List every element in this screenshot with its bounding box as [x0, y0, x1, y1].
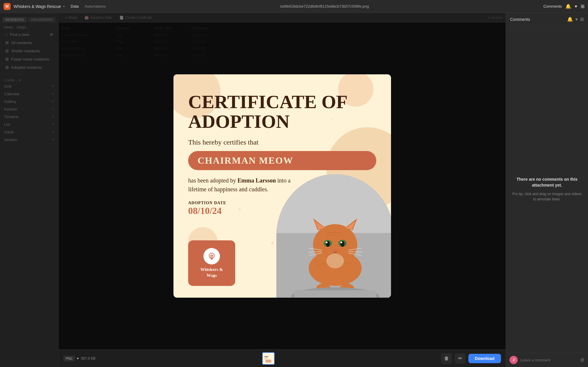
sidebar-item-adopted[interactable]: ⊞ Adopted residents	[1, 63, 57, 71]
comments-toggle[interactable]: Comments	[543, 4, 562, 9]
add-calendar-icon[interactable]: +	[52, 91, 54, 96]
file-info: PNG • 507.0 KB	[64, 356, 96, 361]
sidebar-item-shelter[interactable]: ⊞ Shelter residents	[1, 47, 57, 55]
app-icon: W	[4, 3, 11, 10]
records-count: 4 records	[487, 16, 502, 20]
grid-icon-4: ⊞	[5, 65, 9, 70]
toolbar-adoption-date[interactable]: 📅Adoption Date	[82, 15, 115, 21]
svg-point-30	[326, 254, 344, 268]
create-calendar[interactable]: Calendar +	[4, 90, 54, 98]
nav-data[interactable]: Data	[71, 4, 78, 9]
bottom-bar-actions: 🗑 ✏ Download	[441, 353, 501, 364]
svg-point-22	[340, 242, 342, 243]
main-layout: RESIDENTS VOLUNTEERS Views Adopt... ○ Fi…	[0, 13, 588, 367]
svg-point-3	[212, 255, 213, 256]
grid-icon-2: ⊞	[5, 48, 9, 53]
bell-panel-icon[interactable]: 🔔	[567, 16, 573, 22]
comments-empty-state: There are no comments on this attachment…	[506, 26, 588, 353]
views-label[interactable]: Views	[4, 25, 13, 29]
cert-logo-box: Whiskers &Wags	[188, 240, 235, 286]
create-list[interactable]: List +	[4, 120, 54, 128]
cert-title: CERTIFICATE OF ADOPTION	[188, 92, 376, 131]
add-gallery-icon[interactable]: +	[52, 99, 54, 104]
thumbnail-preview[interactable]: CERT ADOPT	[262, 352, 275, 365]
cert-logo-text: Whiskers &Wags	[200, 267, 223, 278]
comments-panel: Comments 🔔 ▾ ⊞ There are no comments on …	[506, 13, 588, 367]
file-size-dot: •	[77, 356, 79, 361]
svg-rect-36	[265, 360, 271, 363]
svg-text:ADOPT: ADOPT	[264, 358, 268, 359]
pencil-icon: ✏	[458, 356, 462, 361]
sidebar-tabs: RESIDENTS VOLUNTEERS	[0, 15, 59, 24]
create-gallery[interactable]: Gallery +	[4, 98, 54, 105]
cert-logo-icon	[203, 248, 220, 264]
nav-automations[interactable]: Automations	[85, 4, 106, 9]
add-gantt-icon[interactable]: +	[52, 129, 54, 135]
toolbar-create-cert[interactable]: 📄Create Certificate	[117, 15, 155, 21]
sidebar-item-foster[interactable]: ⊞ Foster home residents	[1, 55, 57, 63]
search-icon: ○	[5, 32, 8, 37]
svg-rect-32	[294, 290, 376, 298]
chevron-panel-icon[interactable]: ▾	[575, 16, 578, 22]
create-gantt[interactable]: Gantt +	[4, 128, 54, 136]
trash-icon: 🗑	[444, 356, 449, 361]
certificate-modal: CERTIFICATE OF ADOPTION This hereby cert…	[173, 74, 391, 298]
center-content: ≡Views 📅Adoption Date 📄Create Certificat…	[59, 13, 506, 367]
comment-input-field[interactable]	[520, 358, 578, 362]
download-button[interactable]: Download	[468, 354, 501, 363]
add-grid-icon[interactable]: +	[52, 83, 54, 89]
grid-icon: ⊞	[5, 40, 9, 45]
table-area: Name Species Adopt Date Certificate Chai…	[59, 23, 506, 349]
svg-text:CERT: CERT	[264, 356, 268, 358]
comments-panel-header: Comments 🔔 ▾ ⊞	[506, 13, 588, 26]
sidebar: RESIDENTS VOLUNTEERS Views Adopt... ○ Fi…	[0, 13, 59, 367]
sidebar-divider	[0, 74, 59, 74]
modal-backdrop[interactable]: CERTIFICATE OF ADOPTION This hereby cert…	[59, 23, 506, 349]
add-timeline-icon[interactable]: +	[52, 114, 54, 119]
edit-button[interactable]: ✏	[455, 353, 465, 364]
comment-avatar: J	[510, 356, 518, 364]
at-mention-icon[interactable]: @	[580, 358, 584, 362]
speckle-5	[271, 242, 273, 244]
create-section: Create... ▾ Grid + Calendar + Gallery + …	[0, 76, 59, 145]
add-list-icon[interactable]: +	[52, 122, 54, 127]
bottom-bar: PNG • 507.0 KB CERT ADOPT 🗑	[59, 349, 506, 367]
table-toolbar: ≡Views 📅Adoption Date 📄Create Certificat…	[59, 13, 506, 23]
file-size: 507.0 KB	[81, 356, 95, 361]
sidebar-tab-residents[interactable]: RESIDENTS	[2, 17, 27, 22]
sidebar-toolbar: Views Adopt...	[0, 24, 59, 31]
svg-point-21	[326, 242, 328, 243]
grid-icon-3: ⊞	[5, 57, 9, 61]
file-name: bd9b918dcbe722d6dfcf8115e8bcb73b57c008fe…	[106, 4, 543, 9]
create-kanban[interactable]: Kanban +	[4, 105, 54, 113]
svg-point-2	[211, 255, 211, 256]
delete-button[interactable]: 🗑	[441, 353, 452, 364]
comments-panel-title: Comments	[510, 17, 530, 22]
sidebar-find-view[interactable]: ○ Find a view ⚙	[1, 31, 57, 38]
top-bar-right: Comments 🔔 ▾ ⊞	[543, 4, 584, 9]
create-timeline[interactable]: Timeline +	[4, 113, 54, 120]
cert-pet-name: CHAIRMAN MEOW	[198, 155, 293, 166]
comment-input-area: J @	[506, 353, 588, 367]
expand-panel-icon[interactable]: ⊞	[580, 16, 584, 22]
sidebar-tab-volunteers[interactable]: VOLUNTEERS	[28, 17, 56, 22]
cert-name-badge: CHAIRMAN MEOW	[188, 151, 376, 170]
top-nav: Data Automations	[71, 4, 106, 9]
create-grid[interactable]: Grid +	[4, 82, 54, 90]
cert-subtitle: This hereby certifies that	[188, 138, 376, 146]
top-bar: W Whiskers & Wags Rescue ▾ Data Automati…	[0, 0, 588, 13]
create-section[interactable]: Section +	[4, 136, 54, 143]
adopt-label[interactable]: Adopt...	[16, 25, 29, 29]
toolbar-views[interactable]: ≡Views	[62, 15, 80, 21]
add-section-icon[interactable]: +	[52, 137, 54, 142]
comments-empty-title: There are no comments on this attachment…	[512, 177, 582, 188]
bell-icon[interactable]: 🔔	[565, 4, 571, 9]
add-kanban-icon[interactable]: +	[52, 106, 54, 112]
close-icon[interactable]: ⊞	[581, 4, 584, 9]
settings-icon: ⚙	[50, 32, 53, 37]
app-title: Whiskers & Wags Rescue	[14, 4, 61, 9]
sidebar-item-all-residents[interactable]: ⊞ All residents	[1, 39, 57, 46]
thumbnail-strip: CERT ADOPT	[99, 352, 438, 365]
chevron-icon[interactable]: ▾	[575, 4, 577, 9]
app-title-dropdown[interactable]: ▾	[63, 5, 65, 8]
